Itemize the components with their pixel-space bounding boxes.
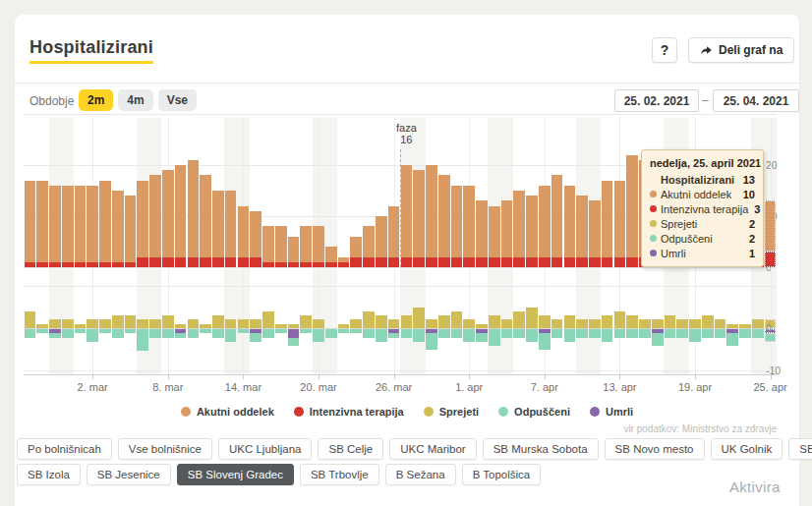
legend-dot xyxy=(424,407,434,417)
series-dot xyxy=(650,205,657,212)
legend-item: Akutni oddelek xyxy=(181,406,274,418)
tooltip-row: Akutni oddelek10 xyxy=(650,187,755,201)
header-divider xyxy=(15,83,799,84)
date-range-separator: – xyxy=(702,93,709,107)
tooltip-date: nedelja, 25. april 2021 xyxy=(650,157,755,169)
tooltip-row: Umrli1 xyxy=(650,246,755,260)
hospital-filter-sb-izola[interactable]: SB Izola xyxy=(17,464,81,485)
activate-windows-watermark: Aktivira xyxy=(729,478,781,495)
hospital-filter-row-2: SB IzolaSB JeseniceSB Slovenj GradecSB T… xyxy=(17,464,541,485)
period-selector: 2m4mVse xyxy=(79,89,197,111)
tooltip-row-label: Akutni oddelek xyxy=(661,189,737,200)
tooltip-row-value: 3 xyxy=(754,203,760,215)
legend-item: Umrli xyxy=(590,406,633,418)
tooltip-row-label: Intenzivna terapija xyxy=(661,203,748,215)
share-arrow-icon xyxy=(700,44,713,57)
period-button-vse[interactable]: Vse xyxy=(158,89,197,111)
data-source-note: vir podatkov: Ministrstvo za zdravje xyxy=(623,423,777,434)
tooltip-row-value: 2 xyxy=(749,233,755,245)
hospital-filter-sb-celje[interactable]: SB Celje xyxy=(318,438,383,460)
share-button-label: Deli graf na xyxy=(719,43,783,57)
hospital-filter-sb-nova-gorica[interactable]: SB Nova Gorica xyxy=(788,438,812,460)
legend-dot xyxy=(590,407,600,417)
hospital-filter-ukc-ljubljana[interactable]: UKC Ljubljana xyxy=(218,438,313,460)
help-button[interactable]: ? xyxy=(652,37,677,63)
tooltip-row-label: Hospitalizirani xyxy=(650,174,737,186)
period-button-4m[interactable]: 4m xyxy=(118,89,152,111)
date-from-input[interactable] xyxy=(614,89,699,112)
legend-label: Umrli xyxy=(606,406,633,418)
question-mark-icon: ? xyxy=(661,42,669,58)
series-dot xyxy=(650,250,657,256)
hospital-filter-sb-jesenice[interactable]: SB Jesenice xyxy=(87,464,171,485)
series-dot xyxy=(650,235,657,242)
hospital-filter-b-se-ana[interactable]: B Sežana xyxy=(385,464,456,485)
tooltip-row: Hospitalizirani13 xyxy=(650,172,755,187)
tooltip-row: Intenzivna terapija3 xyxy=(650,201,755,216)
tooltip-row-label: Odpuščeni xyxy=(661,233,743,245)
legend-dot xyxy=(294,407,304,417)
hospital-filter-row-1: Po bolnišnicahVse bolnišniceUKC Ljubljan… xyxy=(17,438,812,460)
hospital-filter-vse-bolni-nice[interactable]: Vse bolnišnice xyxy=(118,438,212,460)
hospital-filter-ukc-maribor[interactable]: UKC Maribor xyxy=(389,438,476,460)
hospital-filter-sb-slovenj-gradec[interactable]: SB Slovenj Gradec xyxy=(177,464,294,485)
share-graph-button[interactable]: Deli graf na xyxy=(688,37,794,63)
tooltip-row-value: 2 xyxy=(749,218,755,230)
page-title: Hospitalizirani xyxy=(29,37,153,64)
date-to-input[interactable] xyxy=(713,89,799,112)
series-dot xyxy=(650,191,657,197)
hospital-filter-sb-murska-sobota[interactable]: SB Murska Sobota xyxy=(483,438,599,460)
legend-label: Sprejeti xyxy=(439,406,479,418)
tooltip-row-label: Sprejeti xyxy=(661,218,743,230)
period-label: Obdobje xyxy=(29,94,74,108)
hospital-filter-sb-trbovlje[interactable]: SB Trbovlje xyxy=(300,464,379,485)
legend-item: Sprejeti xyxy=(424,406,479,418)
tooltip-rows: Hospitalizirani13Akutni oddelek10Intenzi… xyxy=(650,172,755,260)
period-button-2m[interactable]: 2m xyxy=(79,89,113,111)
hospital-filter-uk-golnik[interactable]: UK Golnik xyxy=(711,438,783,460)
legend-label: Akutni oddelek xyxy=(197,406,274,418)
tooltip-row: Sprejeti2 xyxy=(650,216,755,231)
series-dot xyxy=(650,220,657,227)
tooltip-row-value: 10 xyxy=(743,189,755,200)
legend-dot xyxy=(498,407,508,417)
tooltip-row: Odpuščeni2 xyxy=(650,231,755,246)
hospital-filter-po-bolni-nicah[interactable]: Po bolnišnicah xyxy=(17,438,112,460)
hospital-filter-b-topol-ica[interactable]: B Topolšica xyxy=(462,464,542,485)
page: Hospitalizirani ? Deli graf na Obdobje 2… xyxy=(0,0,812,506)
legend-label: Odpuščeni xyxy=(514,406,570,418)
tooltip-row-label: Umrli xyxy=(661,248,743,259)
tooltip-row-value: 13 xyxy=(743,174,755,186)
legend-dot xyxy=(181,407,191,417)
legend-label: Intenzivna terapija xyxy=(310,406,404,418)
tooltip-row-value: 1 xyxy=(749,248,755,259)
legend-item: Intenzivna terapija xyxy=(294,406,404,418)
legend-item: Odpuščeni xyxy=(498,406,570,418)
hospital-filter-sb-novo-mesto[interactable]: SB Novo mesto xyxy=(605,438,705,460)
chart-tooltip: nedelja, 25. april 2021 Hospitalizirani1… xyxy=(641,149,764,267)
chart-legend: Akutni oddelekIntenzivna terapijaSprejet… xyxy=(15,406,799,418)
